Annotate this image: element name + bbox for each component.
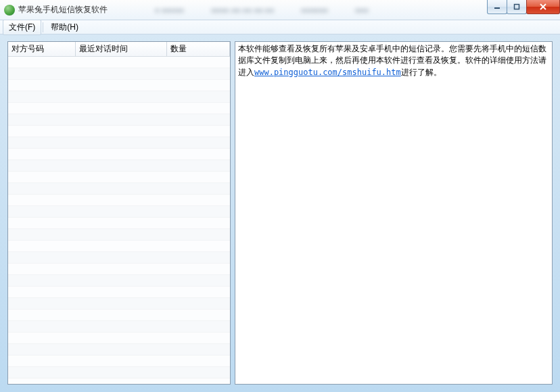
- window-controls: [488, 0, 560, 14]
- table-row: [8, 114, 230, 126]
- table-body[interactable]: [8, 57, 230, 384]
- menu-help[interactable]: 帮助(H): [45, 20, 85, 35]
- close-button[interactable]: [526, 0, 560, 14]
- menu-file[interactable]: 文件(F): [3, 20, 41, 35]
- menu-bar: 文件(F) 帮助(H): [0, 20, 560, 34]
- table-row: [8, 57, 230, 68]
- table-row: [8, 218, 230, 229]
- table-row: [8, 160, 230, 172]
- table-row: [8, 206, 230, 218]
- table-row: [8, 287, 230, 298]
- info-link[interactable]: www.pingguotu.com/smshuifu.htm: [254, 68, 401, 77]
- table-row: [8, 298, 230, 310]
- table-row: [8, 367, 230, 378]
- left-panel: 对方号码 最近对话时间 数量: [7, 41, 231, 385]
- table-row: [8, 252, 230, 264]
- info-panel: 本软件能够查看及恢复所有苹果及安卓手机中的短信记录。您需要先将手机中的短信数据库…: [235, 41, 553, 385]
- column-header-count[interactable]: 数量: [167, 42, 230, 56]
- table-row: [8, 275, 230, 287]
- table-row: [8, 344, 230, 356]
- minimize-button[interactable]: [487, 0, 507, 14]
- client-area: 对方号码 最近对话时间 数量 本软件能够查看及恢复所有苹果及安卓手机中的短信记录…: [7, 41, 553, 385]
- svg-rect-1: [515, 4, 519, 9]
- column-header-phone[interactable]: 对方号码: [8, 42, 76, 56]
- info-text-2: 进行了解。: [401, 68, 442, 77]
- menu-separator: [43, 22, 43, 32]
- app-title: 苹果兔手机短信恢复软件: [18, 4, 108, 16]
- table-row: [8, 333, 230, 344]
- table-row: [8, 264, 230, 275]
- table-row: [8, 80, 230, 91]
- table-row: [8, 241, 230, 252]
- table-row: [8, 126, 230, 137]
- table-row: [8, 356, 230, 367]
- table-row: [8, 321, 230, 333]
- table-row: [8, 195, 230, 206]
- column-header-lasttime[interactable]: 最近对话时间: [76, 42, 167, 56]
- table-row: [8, 137, 230, 149]
- title-bar: 苹果兔手机短信恢复软件 ■ ■■■■■ ■■■■-■■-■■ ■■:■■ ■■■…: [0, 0, 560, 20]
- table-row: [8, 172, 230, 183]
- table-row: [8, 149, 230, 160]
- table-row: [8, 378, 230, 384]
- titlebar-blurred-extras: ■ ■■■■■ ■■■■-■■-■■ ■■:■■ ■■■■■■ ■■■: [108, 0, 488, 20]
- table-row: [8, 91, 230, 103]
- table-row: [8, 310, 230, 321]
- app-icon: [4, 5, 15, 16]
- table-row: [8, 68, 230, 80]
- table-row: [8, 229, 230, 241]
- maximize-button[interactable]: [507, 0, 527, 14]
- table-row: [8, 183, 230, 195]
- table-header: 对方号码 最近对话时间 数量: [8, 42, 230, 57]
- table-row: [8, 103, 230, 114]
